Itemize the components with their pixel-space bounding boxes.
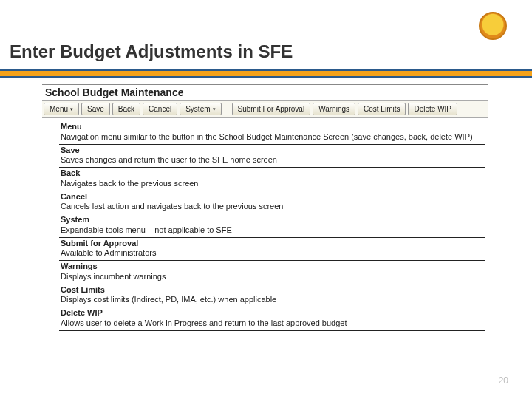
- toolbar-btn-delete-wip[interactable]: Delete WIP: [408, 103, 457, 115]
- row-label: Save: [61, 146, 483, 156]
- button-label: Menu: [50, 105, 68, 113]
- row-description: Navigates back to the previous screen: [61, 179, 483, 189]
- school-logo: [479, 12, 507, 40]
- page-title: Enter Budget Adjustments in SFE: [10, 41, 293, 62]
- app-screenshot-panel: School Budget Maintenance Menu▾SaveBackC…: [42, 84, 488, 118]
- table-row: Submit for Approval Available to Adminis…: [59, 238, 485, 262]
- row-description: Displays cost limits (Indirect, PD, IMA,…: [61, 295, 483, 305]
- toolbar-btn-warnings[interactable]: Warnings: [313, 103, 355, 115]
- toolbar-group-left: Menu▾SaveBackCancelSystem▾: [44, 103, 222, 115]
- row-description: Displays incumbent warnings: [61, 272, 483, 282]
- row-description: Saves changes and return the user to the…: [61, 155, 483, 166]
- row-description: Navigation menu similar to the button in…: [61, 132, 483, 143]
- button-label: Cancel: [149, 105, 171, 113]
- button-label: Cost Limits: [364, 105, 400, 113]
- table-row: MenuNavigation menu similar to the butto…: [59, 121, 485, 145]
- toolbar-btn-cancel[interactable]: Cancel: [143, 103, 177, 115]
- table-row: Cost LimitsDisplays cost limits (Indirec…: [59, 284, 485, 308]
- description-table: MenuNavigation menu similar to the butto…: [59, 121, 485, 331]
- table-row: WarningsDisplays incumbent warnings: [59, 261, 485, 284]
- button-label: Delete WIP: [414, 105, 451, 113]
- button-label: Warnings: [318, 105, 349, 113]
- row-label: Submit for Approval: [61, 239, 483, 249]
- toolbar-group-right: Submit For ApprovalWarningsCost LimitsDe…: [232, 103, 458, 115]
- row-label: Cancel: [61, 192, 483, 202]
- table-row: SaveSaves changes and return the user to…: [59, 145, 485, 168]
- toolbar-btn-back[interactable]: Back: [112, 103, 140, 115]
- title-underline: [0, 69, 532, 78]
- table-row: BackNavigates back to the previous scree…: [59, 168, 485, 191]
- row-description: Allows user to delete a Work in Progress…: [61, 318, 483, 329]
- button-label: Back: [118, 105, 134, 113]
- page-number: 20: [499, 375, 508, 386]
- toolbar-btn-cost-limits[interactable]: Cost Limits: [358, 103, 406, 115]
- row-label: System: [61, 215, 483, 225]
- row-label: Delete WIP: [61, 308, 483, 318]
- row-label: Warnings: [61, 262, 483, 272]
- app-toolbar: Menu▾SaveBackCancelSystem▾ Submit For Ap…: [42, 101, 488, 118]
- row-description: Cancels last action and navigates back t…: [61, 202, 483, 212]
- toolbar-btn-system[interactable]: System▾: [180, 103, 221, 115]
- row-label: Cost Limits: [61, 285, 483, 296]
- button-label: System: [185, 105, 210, 113]
- app-header: School Budget Maintenance: [42, 85, 488, 101]
- row-label: Back: [61, 168, 483, 179]
- table-row: SystemExpandable tools menu – not applic…: [59, 214, 485, 238]
- toolbar-btn-submit-for-approval[interactable]: Submit For Approval: [232, 103, 311, 115]
- table-row: Delete WIPAllows user to delete a Work i…: [59, 307, 485, 331]
- chevron-down-icon: ▾: [70, 106, 73, 112]
- toolbar-btn-menu[interactable]: Menu▾: [44, 103, 79, 115]
- button-label: Submit For Approval: [238, 105, 305, 113]
- chevron-down-icon: ▾: [213, 106, 216, 112]
- row-description: Available to Administrators: [61, 248, 483, 259]
- button-label: Save: [87, 105, 104, 113]
- table-row: CancelCancels last action and navigates …: [59, 191, 485, 215]
- row-description: Expandable tools menu – not applicable t…: [61, 225, 483, 236]
- row-label: Menu: [61, 122, 483, 132]
- toolbar-btn-save[interactable]: Save: [81, 103, 110, 115]
